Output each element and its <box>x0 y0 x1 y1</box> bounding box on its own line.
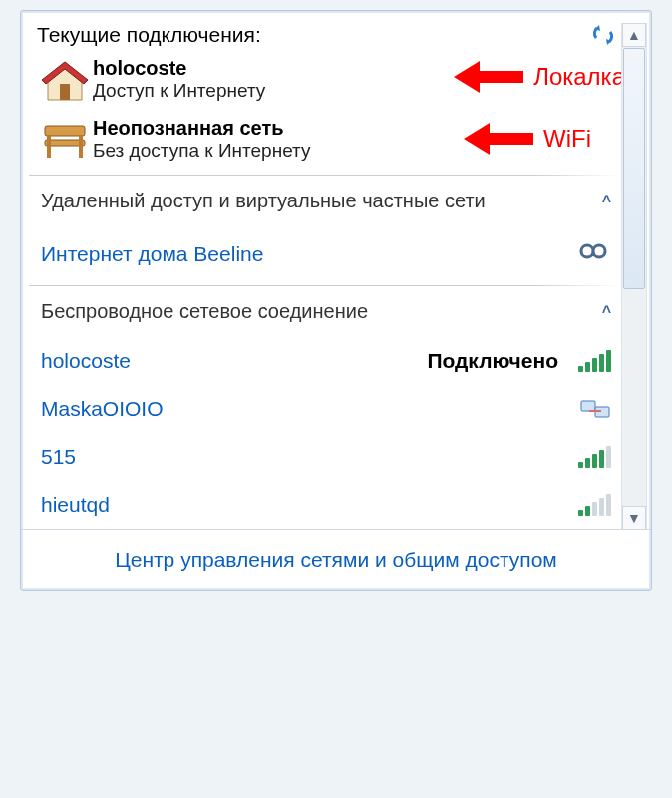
svg-rect-5 <box>581 401 595 411</box>
section-wifi: Беспроводное сетевое соединение ^ <box>29 286 621 337</box>
vpn-icon <box>577 240 611 267</box>
arrow-icon <box>454 64 523 90</box>
signal-icon <box>578 446 611 468</box>
network-flyout: Текущие подключения: <box>20 10 652 591</box>
bench-icon <box>37 117 93 165</box>
content-area: Текущие подключения: <box>21 15 651 590</box>
annotation: WiFi <box>464 125 591 153</box>
header-title: Текущие подключения: <box>37 23 261 47</box>
refresh-button[interactable] <box>589 23 617 47</box>
vpn-item-label: Интернет дома Beeline <box>41 242 263 266</box>
devices-icon <box>579 397 611 421</box>
svg-rect-1 <box>45 126 85 136</box>
svg-rect-4 <box>79 136 83 158</box>
wifi-name: hieutqd <box>41 493 110 517</box>
wifi-right <box>579 397 611 421</box>
svg-rect-3 <box>47 136 51 158</box>
connection-item[interactable]: Неопознанная сеть Без доступа к Интернет… <box>29 111 621 171</box>
refresh-icon <box>591 24 615 46</box>
section-title: Удаленный доступ и виртуальные частные с… <box>41 190 486 212</box>
connection-item[interactable]: holocoste Доступ к Интернету Локалка <box>29 51 621 111</box>
section-vpn: Удаленный доступ и виртуальные частные с… <box>29 176 621 226</box>
section-header[interactable]: Удаленный доступ и виртуальные частные с… <box>41 190 611 212</box>
annotation-label: Локалка <box>533 63 625 91</box>
scroll-track[interactable] <box>622 290 646 506</box>
arrow-icon <box>464 126 533 152</box>
wifi-status: Подключено <box>427 349 558 373</box>
annotation-label: WiFi <box>543 125 591 153</box>
signal-icon <box>578 494 611 516</box>
wifi-item[interactable]: MaskaOIOIO <box>29 385 621 433</box>
scroll-thumb[interactable] <box>623 48 645 289</box>
section-header[interactable]: Беспроводное сетевое соединение ^ <box>41 300 611 323</box>
wifi-right: Подключено <box>427 349 611 373</box>
wifi-item[interactable]: hieutqd <box>29 481 621 529</box>
vpn-item[interactable]: Интернет дома Beeline <box>29 226 621 281</box>
signal-icon <box>578 350 611 372</box>
svg-rect-0 <box>60 84 70 100</box>
wifi-name: 515 <box>41 445 76 469</box>
chevron-up-icon: ^ <box>602 193 611 210</box>
wifi-name: holocoste <box>41 349 131 373</box>
chevron-up-icon: ^ <box>602 303 611 321</box>
section-title: Беспроводное сетевое соединение <box>41 300 368 323</box>
wifi-right <box>578 494 611 516</box>
header: Текущие подключения: <box>29 15 621 51</box>
wifi-name: MaskaOIOIO <box>41 397 164 421</box>
scroll-down-button[interactable]: ▼ <box>622 506 646 530</box>
house-icon <box>37 57 93 105</box>
network-center-link[interactable]: Центр управления сетями и общим доступом <box>115 548 557 571</box>
scrollbar[interactable]: ▲ ▼ <box>621 23 647 530</box>
wifi-item[interactable]: 515 <box>29 433 621 481</box>
footer: Центр управления сетями и общим доступом <box>21 529 651 590</box>
scroll-up-button[interactable]: ▲ <box>622 23 646 47</box>
wifi-right <box>578 446 611 468</box>
inner: Текущие подключения: <box>29 15 621 529</box>
wifi-item[interactable]: holocoste Подключено <box>29 337 621 385</box>
annotation: Локалка <box>454 63 625 91</box>
